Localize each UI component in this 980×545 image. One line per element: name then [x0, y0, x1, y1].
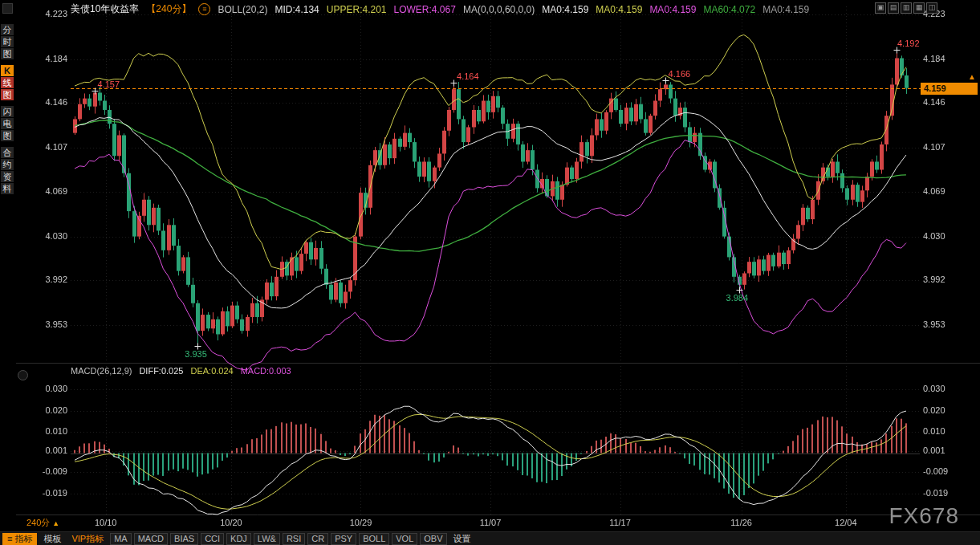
price-up-arrow-icon: ▲	[968, 72, 976, 81]
macd-header: MACD(26,12,9)DIFF:0.025DEA:0.024MACD:0.0…	[71, 366, 291, 376]
sidebar-tab-char: 电	[1, 118, 14, 129]
indicator-value: LOWER:4.067	[394, 4, 456, 15]
indicator-value: UPPER:4.201	[327, 4, 387, 15]
chart-canvas[interactable]	[0, 0, 980, 545]
app-corner-icon	[2, 3, 13, 14]
layout-button-3-icon[interactable]: ▥	[901, 2, 912, 14]
indicator-menu-icon[interactable]: ≡	[198, 3, 210, 15]
toolbar-button-指标[interactable]: ≡指标	[2, 533, 37, 545]
sidebar-tab-char: 闪	[1, 106, 14, 117]
chart-header: 美债10年收益率 【240分】 ≡ BOLL(20,2)MID:4.134UPP…	[71, 2, 809, 16]
watermark: FX678	[889, 503, 960, 529]
toolbar-button-VIP指标[interactable]: VIP指标	[67, 533, 108, 545]
toolbar-button-BIAS[interactable]: BIAS	[170, 533, 198, 545]
sidebar-tab-char: K	[1, 65, 14, 76]
toolbar-button-KDJ[interactable]: KDJ	[226, 533, 251, 545]
toolbar-button-MA[interactable]: MA	[110, 533, 132, 545]
layout-button-1-icon[interactable]: ▣	[875, 2, 886, 14]
toolbar-button-LW&[interactable]: LW&	[254, 533, 280, 545]
sidebar-tab-char: 时	[1, 36, 14, 47]
indicator-value: MA0:4.159	[649, 4, 696, 15]
sidebar-tab-char: 图	[1, 130, 14, 141]
sidebar-tab-3[interactable]: 闪电图	[1, 106, 15, 141]
macd-indicator-value: MACD(26,12,9)	[71, 366, 132, 376]
window-layout-buttons: ▣▤▥▦◫	[875, 2, 937, 14]
macd-indicator-value: DEA:0.024	[190, 366, 233, 376]
sidebar-tab-char: 图	[1, 89, 14, 100]
menu-icon: ≡	[7, 534, 12, 543]
sidebar-tab-char: 资	[1, 171, 14, 182]
timeframe-up-arrow-icon: ▲	[52, 519, 59, 527]
symbol-title: 美债10年收益率	[71, 2, 139, 16]
indicator-value: MA0:4.159	[762, 4, 809, 15]
toolbar-button-设置[interactable]: 设置	[449, 533, 475, 545]
sidebar-tab-char: 线	[1, 77, 14, 88]
macd-indicator-value: DIFF:0.025	[139, 366, 183, 376]
indicator-value: MID:4.134	[274, 4, 319, 15]
sidebar-tab-char: 料	[1, 183, 14, 194]
current-price-tag: 4.159	[921, 83, 978, 95]
macd-indicator-value: MACD:0.003	[241, 366, 291, 376]
period-tag: 【240分】	[146, 2, 191, 16]
sidebar-tab-char: 分	[1, 24, 14, 35]
sidebar-tab-2[interactable]: K线图	[1, 65, 15, 100]
sidebar-tab-char: 合	[1, 147, 14, 158]
sidebar-tab-char: 约	[1, 159, 14, 170]
toolbar-button-CCI[interactable]: CCI	[201, 533, 224, 545]
indicator-value: MA60:4.072	[703, 4, 755, 15]
toolbar-button-RSI[interactable]: RSI	[283, 533, 305, 545]
toolbar-button-PSY[interactable]: PSY	[331, 533, 356, 545]
trading-app-window: 美债10年收益率 【240分】 ≡ BOLL(20,2)MID:4.134UPP…	[0, 0, 980, 545]
panel-toggle-icon[interactable]	[18, 370, 28, 380]
sidebar-tab-4[interactable]: 合约资料	[1, 147, 15, 194]
toolbar-button-OBV[interactable]: OBV	[420, 533, 446, 545]
layout-button-4-icon[interactable]: ▦	[913, 2, 925, 14]
timeframe-text: 240分	[26, 518, 50, 527]
toolbar-button-VOL[interactable]: VOL	[392, 533, 417, 545]
indicator-value: MA0:4.159	[542, 4, 588, 15]
toolbar-button-MACD[interactable]: MACD	[134, 533, 168, 545]
bottom-toolbar: ≡指标模板VIP指标MAMACDBIASCCIKDJLW&RSICRPSYBOL…	[0, 531, 980, 545]
sidebar-tab-char: 图	[1, 48, 14, 59]
sidebar-tab-1[interactable]: 分时图	[1, 24, 15, 59]
indicator-value: MA(0,0,0,60,0,0)	[463, 4, 535, 15]
toolbar-button-CR[interactable]: CR	[307, 533, 328, 545]
layout-button-2-icon[interactable]: ▤	[888, 2, 899, 14]
timeframe-label[interactable]: 240分▲	[26, 517, 59, 529]
indicator-value: BOLL(20,2)	[218, 4, 267, 15]
toolbar-button-模板[interactable]: 模板	[39, 533, 65, 545]
left-sidebar: 分时图K线图闪电图合约资料	[0, 0, 15, 514]
layout-button-5-icon[interactable]: ◫	[926, 2, 937, 14]
indicator-values: BOLL(20,2)MID:4.134UPPER:4.201LOWER:4.06…	[218, 4, 809, 15]
toolbar-button-BOLL[interactable]: BOLL	[359, 533, 389, 545]
indicator-value: MA0:4.159	[596, 4, 642, 15]
